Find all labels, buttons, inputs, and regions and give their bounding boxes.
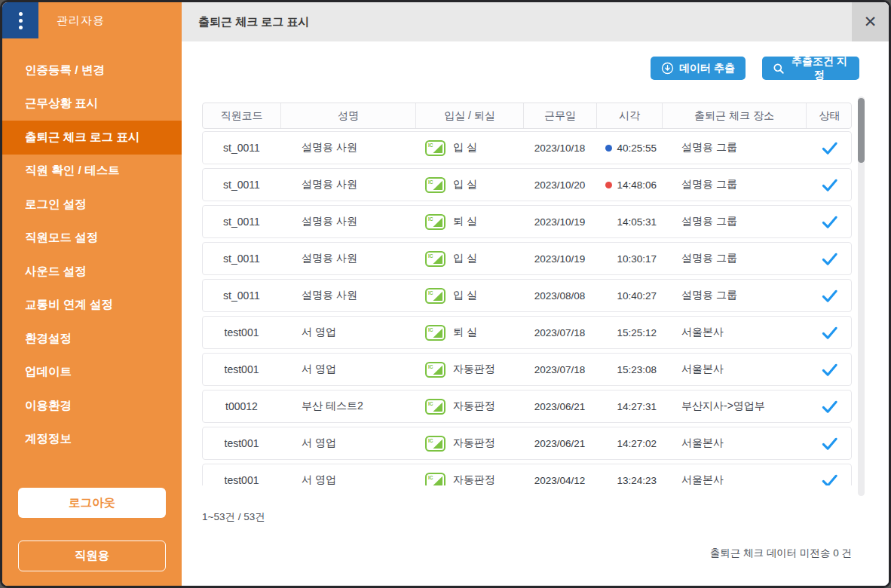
ic-card-icon: IC xyxy=(425,436,446,452)
cell-time: 13:24:23 xyxy=(596,464,662,485)
close-button[interactable]: ✕ xyxy=(852,2,889,41)
column-header-3: 근무일 xyxy=(523,103,596,128)
ic-card-icon: IC xyxy=(425,251,446,267)
cell-entry-type: IC자동판정 xyxy=(415,354,523,385)
table-row-9[interactable]: test001서 영업IC자동판정2023/04/1213:24:23서울본사 xyxy=(202,464,852,485)
sidebar-item-8[interactable]: 환경설정 xyxy=(2,322,182,356)
time-value: 15:23:08 xyxy=(617,364,657,375)
svg-text:IC: IC xyxy=(428,253,433,259)
cell-work-date: 2023/10/20 xyxy=(523,169,596,201)
time-value: 14:27:02 xyxy=(617,438,657,449)
cell-employee-code: st_0011 xyxy=(203,206,280,237)
cell-work-date: 2023/10/18 xyxy=(523,132,596,164)
table-row-5[interactable]: test001서 영업IC퇴 실2023/07/1815:25:12서울본사 xyxy=(202,316,852,349)
entry-type-label: 입 실 xyxy=(453,252,477,265)
sidebar-item-5[interactable]: 직원모드 설정 xyxy=(2,222,182,256)
extract-condition-button[interactable]: 추출조건 지정 xyxy=(762,57,859,80)
cell-status xyxy=(806,280,852,311)
cell-time: 14:27:02 xyxy=(596,427,662,459)
column-header-6: 상태 xyxy=(806,103,852,128)
column-header-0: 직원코드 xyxy=(203,103,280,128)
cell-check-place: 부산지사->영업부 xyxy=(662,390,806,422)
cell-employee-code: test001 xyxy=(203,354,280,385)
column-header-1: 성명 xyxy=(280,103,415,128)
cell-status xyxy=(806,132,852,164)
cell-time: 40:25:55 xyxy=(596,132,662,164)
table-header-row: 직원코드성명입실 / 퇴실근무일시각출퇴근 체크 장소상태 xyxy=(202,103,852,129)
cell-check-place: 서울본사 xyxy=(662,427,806,459)
table-row-4[interactable]: st_0011설명용 사원IC입 실2023/08/0810:40:27설명용 … xyxy=(202,279,852,312)
cell-name: 서 영업 xyxy=(280,464,415,485)
table-scrollbar-thumb[interactable] xyxy=(858,98,865,163)
sidebar-item-11[interactable]: 계정정보 xyxy=(2,423,182,457)
search-icon xyxy=(773,63,785,75)
data-export-button[interactable]: 데이터 추출 xyxy=(651,57,746,80)
time-value: 14:27:31 xyxy=(617,401,657,412)
cell-work-date: 2023/04/12 xyxy=(523,464,596,485)
cell-time: 14:05:31 xyxy=(596,206,662,237)
cell-check-place: 설명용 그룹 xyxy=(662,169,806,201)
svg-text:IC: IC xyxy=(428,179,433,185)
cell-work-date: 2023/07/18 xyxy=(523,317,596,348)
cell-work-date: 2023/10/19 xyxy=(523,243,596,274)
svg-text:IC: IC xyxy=(428,327,433,332)
titlebar: 출퇴근 체크 로그 표시 ✕ xyxy=(182,2,889,41)
cell-employee-code: test001 xyxy=(203,427,280,459)
table-row-8[interactable]: test001서 영업IC자동판정2023/06/2114:27:02서울본사 xyxy=(202,427,852,460)
sidebar-item-6[interactable]: 사운드 설정 xyxy=(2,255,182,289)
kebab-vertical-dots-icon xyxy=(19,12,23,29)
entry-type-label: 퇴 실 xyxy=(453,215,477,228)
kebab-menu-button[interactable] xyxy=(2,2,38,38)
table-scrollbar-track[interactable] xyxy=(858,96,865,496)
time-value: 14:05:31 xyxy=(617,216,657,228)
table-row-3[interactable]: st_0011설명용 사원IC입 실2023/10/1910:30:17설명용 … xyxy=(202,242,852,275)
time-value: 14:48:06 xyxy=(617,179,657,191)
logout-button[interactable]: 로그아웃 xyxy=(18,488,166,518)
table-row-2[interactable]: st_0011설명용 사원IC퇴 실2023/10/1914:05:31설명용 … xyxy=(202,205,852,238)
cell-check-place: 설명용 그룹 xyxy=(662,243,806,274)
sidebar-item-7[interactable]: 교통비 연계 설정 xyxy=(2,289,182,323)
cell-status xyxy=(806,206,852,237)
sidebar-item-3[interactable]: 직원 확인 / 테스트 xyxy=(2,155,182,188)
cell-name: 서 영업 xyxy=(280,317,415,348)
cell-status xyxy=(806,427,852,459)
column-header-2: 입실 / 퇴실 xyxy=(415,103,523,128)
toolbar: 데이터 추출 추출조건 지정 xyxy=(182,57,889,82)
staff-mode-button[interactable]: 직원용 xyxy=(18,541,166,571)
sidebar-item-1[interactable]: 근무상황 표시 xyxy=(2,87,182,121)
entry-type-label: 자동판정 xyxy=(453,400,495,413)
sidebar-item-9[interactable]: 업데이트 xyxy=(2,356,182,390)
cell-check-place: 서울본사 xyxy=(662,354,806,385)
sidebar-item-10[interactable]: 이용환경 xyxy=(2,389,182,423)
ic-card-icon: IC xyxy=(425,362,446,378)
cell-entry-type: IC자동판정 xyxy=(415,427,523,459)
table-row-0[interactable]: st_0011설명용 사원IC입 실2023/10/1840:25:55설명용 … xyxy=(202,131,852,164)
svg-text:IC: IC xyxy=(428,438,433,443)
sidebar-item-4[interactable]: 로그인 설정 xyxy=(2,188,182,222)
cell-entry-type: IC자동판정 xyxy=(415,390,523,422)
sidebar-item-0[interactable]: 인증등록 / 변경 xyxy=(2,54,182,87)
cell-name: 설명용 사원 xyxy=(280,280,415,311)
cell-status xyxy=(806,354,852,385)
cell-time: 15:25:12 xyxy=(596,317,662,348)
cell-employee-code: test001 xyxy=(203,317,280,348)
check-icon xyxy=(821,398,838,415)
time-value: 10:30:17 xyxy=(617,253,657,265)
table-row-1[interactable]: st_0011설명용 사원IC입 실2023/10/2014:48:06설명용 … xyxy=(202,168,852,201)
check-icon xyxy=(821,435,838,452)
record-count-text: 1~53건 / 53건 xyxy=(202,510,265,524)
cell-status xyxy=(806,390,852,422)
cell-check-place: 서울본사 xyxy=(662,464,806,485)
cell-status xyxy=(806,464,852,485)
time-value: 40:25:55 xyxy=(617,142,657,154)
sidebar-item-2[interactable]: 출퇴근 체크 로그 표시 xyxy=(2,121,182,155)
svg-text:IC: IC xyxy=(428,401,433,406)
time-value: 15:25:12 xyxy=(617,327,657,338)
svg-text:IC: IC xyxy=(428,364,433,369)
table-row-7[interactable]: t00012부산 테스트2IC자동판정2023/06/2114:27:31부산지… xyxy=(202,390,852,423)
svg-text:IC: IC xyxy=(428,216,433,222)
cell-name: 설명용 사원 xyxy=(280,206,415,237)
cell-name: 서 영업 xyxy=(280,354,415,385)
cell-check-place: 서울본사 xyxy=(662,317,806,348)
table-row-6[interactable]: test001서 영업IC자동판정2023/07/1815:23:08서울본사 xyxy=(202,353,852,386)
